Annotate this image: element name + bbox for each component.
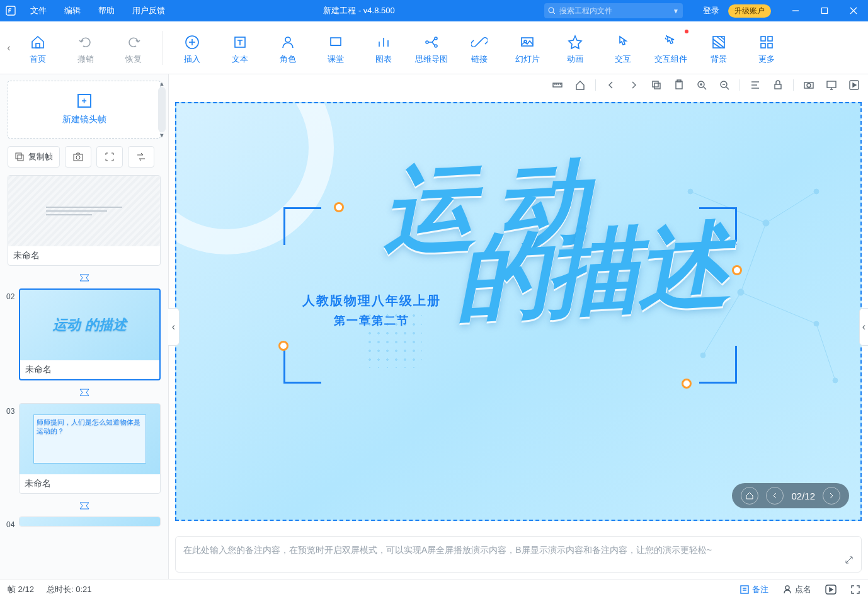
svg-point-67	[785, 586, 789, 590]
text-icon	[232, 31, 248, 54]
thumbnail-2[interactable]: 02 运动 的描述 未命名	[8, 288, 161, 380]
camera-button[interactable]	[65, 146, 91, 168]
slide-icon	[519, 31, 535, 54]
status-notes-button[interactable]: 备注	[740, 584, 768, 595]
tb-redo[interactable]: 恢复	[110, 31, 157, 65]
svg-rect-4	[822, 8, 828, 14]
svg-rect-29	[16, 153, 21, 159]
notes-placeholder: 在此处输入您的备注内容，在预览时开启双屏模式，可以实现A屏全屏播放演示内容，B屏…	[183, 545, 712, 555]
thumbnail-2-number: 02	[6, 292, 14, 301]
ct-play[interactable]	[847, 77, 862, 93]
background-icon	[711, 31, 727, 54]
collapse-right-panel-button[interactable]: ‹	[859, 308, 868, 346]
classroom-icon	[328, 31, 344, 54]
ct-zoom-in[interactable]	[694, 77, 709, 93]
tb-class[interactable]: 课堂	[312, 31, 360, 65]
collapse-side-panel-button[interactable]: ‹	[168, 308, 180, 346]
new-frame-button[interactable]: + 新建镜头帧	[8, 81, 161, 139]
notes-expand-button[interactable]	[842, 553, 856, 567]
window-maximize-button[interactable]	[810, 0, 839, 21]
tb-mindmap[interactable]: 思维导图	[408, 31, 455, 65]
svg-rect-35	[654, 83, 660, 89]
svg-rect-22	[522, 38, 533, 46]
status-frame-counter: 帧 2/12	[8, 584, 34, 595]
ct-home[interactable]	[573, 77, 588, 93]
svg-line-43	[726, 87, 729, 89]
nav-next-button[interactable]	[823, 487, 840, 505]
menu-file[interactable]: 文件	[21, 0, 55, 21]
tb-more[interactable]: 更多	[743, 31, 791, 65]
tb-slide[interactable]: 幻灯片	[503, 31, 551, 65]
search-box[interactable]: ▼	[544, 3, 683, 18]
notes-area[interactable]: 在此处输入您的备注内容，在预览时开启双屏模式，可以实现A屏全屏播放演示内容，B屏…	[175, 536, 862, 573]
ct-ruler[interactable]	[550, 77, 565, 93]
menu-edit[interactable]: 编辑	[55, 0, 89, 21]
tb-interact-widget[interactable]: 交互组件	[647, 31, 695, 65]
status-fullscreen-button[interactable]	[850, 585, 860, 595]
ct-copy[interactable]	[649, 77, 664, 93]
tb-role-label: 角色	[280, 54, 296, 65]
svg-line-58	[816, 324, 835, 380]
status-roll-button[interactable]: 点名	[782, 584, 811, 595]
person-icon	[280, 31, 296, 54]
toolbar-collapse-left[interactable]: ‹	[4, 42, 14, 54]
nav-home-button[interactable]	[741, 487, 758, 505]
ct-paste[interactable]	[671, 77, 687, 93]
svg-rect-51	[827, 81, 836, 88]
svg-rect-28	[768, 43, 772, 48]
tb-interact[interactable]: 交互	[599, 31, 647, 65]
thumbnail-1[interactable]: 未命名	[8, 175, 161, 266]
svg-point-20	[435, 37, 437, 40]
upgrade-button[interactable]: 升级账户	[728, 4, 771, 18]
tb-link[interactable]: 链接	[455, 31, 503, 65]
tb-undo[interactable]: 撤销	[62, 31, 110, 65]
tb-background[interactable]: 背景	[695, 31, 743, 65]
menu-help[interactable]: 帮助	[89, 0, 123, 21]
scan-icon	[104, 151, 115, 163]
svg-line-2	[553, 12, 555, 14]
window-minimize-button[interactable]	[781, 0, 810, 21]
svg-line-39	[704, 87, 706, 89]
new-frame-label: 新建镜头帧	[62, 114, 106, 125]
ct-zoom-out[interactable]	[717, 77, 732, 93]
search-icon	[548, 7, 556, 14]
status-play-button[interactable]	[825, 585, 837, 595]
window-close-button[interactable]	[839, 0, 868, 21]
tb-animation-label: 动画	[567, 54, 583, 65]
nav-prev-button[interactable]	[766, 487, 784, 505]
svg-rect-13	[331, 38, 341, 45]
tb-insert[interactable]: 插入	[168, 31, 216, 65]
tb-redo-label: 恢复	[125, 54, 142, 65]
login-button[interactable]: 登录	[694, 0, 728, 21]
thumbnail-3-title: 未命名	[20, 474, 160, 493]
svg-line-55	[741, 223, 766, 292]
notification-dot-icon	[685, 30, 688, 33]
thumbnail-3[interactable]: 03 师师提问，人们是怎么知道物体是运动的？ 未命名	[8, 403, 161, 494]
svg-point-19	[426, 41, 428, 43]
search-input[interactable]	[559, 6, 669, 15]
menu-feedback[interactable]: 用户反馈	[123, 0, 174, 21]
tb-animation[interactable]: 动画	[551, 31, 599, 65]
decor-dot-icon	[334, 202, 344, 212]
ct-camera[interactable]	[801, 77, 816, 93]
scan-button[interactable]	[96, 146, 123, 168]
ct-align[interactable]	[748, 77, 763, 93]
side-scrollbar[interactable]: ▲▼	[158, 81, 166, 126]
ct-forward[interactable]	[626, 77, 641, 93]
transition-icon	[135, 151, 147, 163]
tb-text[interactable]: 文本	[216, 31, 264, 65]
svg-rect-7	[36, 43, 40, 48]
thumbnail-4[interactable]: 04	[8, 516, 161, 527]
slide-canvas[interactable]: 人教版物理八年级上册 第一章第二节 运 动 的描述 02/12	[175, 102, 862, 521]
copy-frame-button[interactable]: 复制帧	[8, 146, 60, 168]
search-dropdown-caret[interactable]: ▼	[673, 8, 679, 14]
toolbar: ‹ 首页 撤销 恢复 插入 文本 角色 课堂 图表 思维导图 链接 幻灯片 动画…	[0, 21, 868, 74]
tb-role[interactable]: 角色	[264, 31, 312, 65]
ct-present[interactable]	[824, 77, 839, 93]
ct-lock[interactable]	[770, 77, 785, 93]
tb-text-label: 文本	[232, 54, 248, 65]
tb-home[interactable]: 首页	[14, 31, 62, 65]
tb-chart[interactable]: 图表	[360, 31, 408, 65]
ct-back[interactable]	[603, 77, 619, 93]
transition-button[interactable]	[128, 146, 154, 168]
